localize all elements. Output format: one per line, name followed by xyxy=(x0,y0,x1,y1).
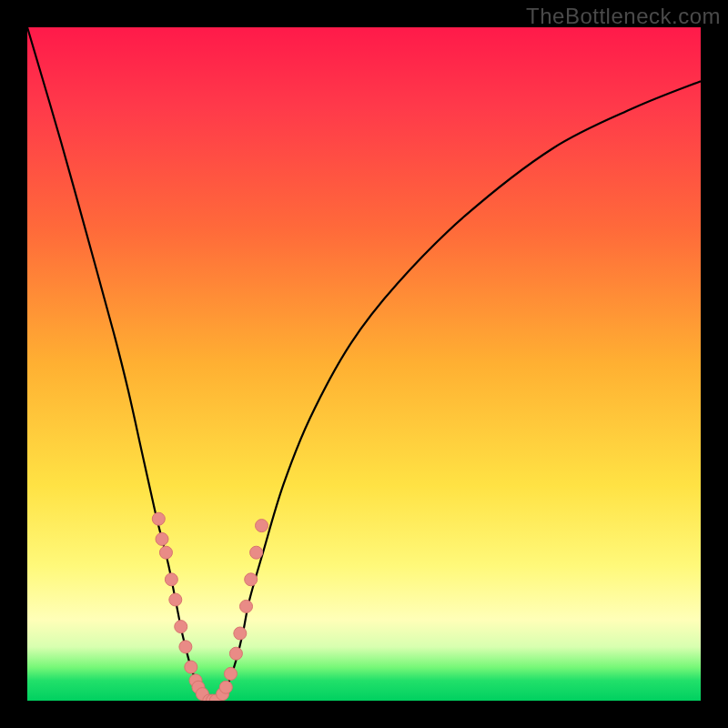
plot-area xyxy=(27,27,701,701)
chart-frame: TheBottleneck.com xyxy=(0,0,728,728)
data-marker xyxy=(250,546,263,559)
marker-group xyxy=(152,512,268,701)
data-marker xyxy=(185,661,197,673)
data-marker xyxy=(219,681,232,693)
data-marker xyxy=(169,593,182,606)
data-marker xyxy=(159,546,172,559)
data-marker xyxy=(245,573,258,586)
data-marker xyxy=(234,627,247,640)
curve-svg xyxy=(27,27,701,701)
data-marker xyxy=(156,532,168,545)
watermark-text: TheBottleneck.com xyxy=(526,4,721,29)
bottleneck-curve xyxy=(27,27,701,701)
data-marker xyxy=(175,621,187,633)
data-marker xyxy=(229,647,242,660)
data-marker xyxy=(256,520,268,532)
data-marker xyxy=(224,667,237,680)
data-marker xyxy=(152,512,165,525)
data-marker xyxy=(165,573,177,586)
data-marker xyxy=(240,600,253,612)
data-marker xyxy=(179,641,192,653)
